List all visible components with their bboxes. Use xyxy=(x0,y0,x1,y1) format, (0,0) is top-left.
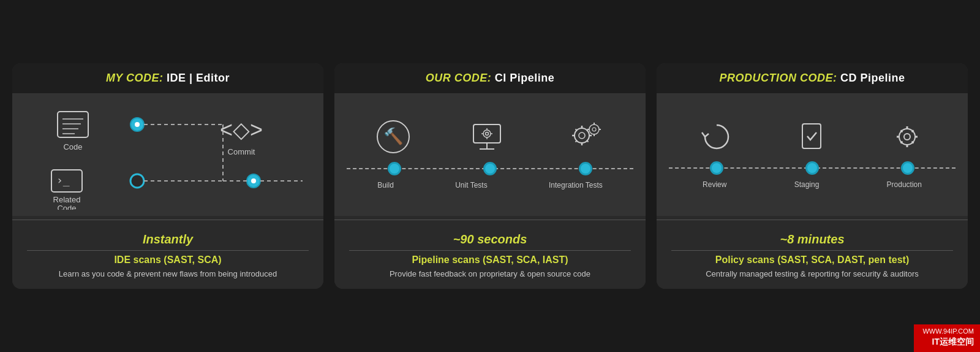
watermark: WWW.94IP.COM IT运维空间 xyxy=(914,324,980,352)
svg-point-13 xyxy=(135,122,140,127)
panel1-body: Code ›_ Related Code <◇> Commit xyxy=(12,93,323,216)
panel2-icons-row: 🔨 xyxy=(347,120,633,154)
footer-divider3 xyxy=(671,250,953,251)
panel3-divider xyxy=(657,220,968,220)
panel3-icons-row xyxy=(669,120,956,153)
panel-production-code: PRODUCTION CODE: CD Pipeline xyxy=(657,63,968,289)
panel2-node-build xyxy=(388,162,401,175)
panel1-footer: Instantly IDE scans (SAST, SCA) Learn as… xyxy=(12,224,323,289)
svg-rect-24 xyxy=(473,124,500,143)
panel3-node-production xyxy=(901,161,914,175)
panel1-timing: Instantly xyxy=(27,232,309,247)
panel2-body: 🔨 xyxy=(334,93,646,216)
panel1-header-highlight: MY CODE: xyxy=(106,72,164,84)
svg-point-14 xyxy=(130,174,144,188)
panel2-label-build: Build xyxy=(377,181,394,189)
panel3-icon-staging xyxy=(795,120,828,153)
panel3-desc: Centrally managed testing & reporting fo… xyxy=(671,268,953,280)
svg-point-28 xyxy=(485,132,488,136)
panel3-header-rest: CD Pipeline xyxy=(837,72,905,84)
integration-tests-icon xyxy=(564,120,604,154)
panel1-scan-title: IDE scans (SAST, SCA) xyxy=(27,254,309,266)
panel3-label-staging: Staging xyxy=(794,180,820,189)
panel3-node-staging xyxy=(805,161,819,175)
panel1-header-rest: IDE | Editor xyxy=(164,72,230,84)
production-icon xyxy=(890,120,924,153)
panel1-header: MY CODE: IDE | Editor xyxy=(12,63,323,93)
panel3-nodes-row xyxy=(669,159,956,177)
svg-rect-49 xyxy=(802,124,821,148)
panel2-divider xyxy=(334,220,646,220)
watermark-name: IT运维空间 xyxy=(922,336,974,348)
panel3-header: PRODUCTION CODE: CD Pipeline xyxy=(657,63,968,93)
panel2-label-integration-tests: Integration Tests xyxy=(549,181,603,189)
panel2-footer: ~90 seconds Pipeline scans (SAST, SCA, I… xyxy=(334,224,646,289)
svg-text:›_: ›_ xyxy=(56,174,70,186)
panel3-label-production: Production xyxy=(887,180,922,189)
panel2-icon-integration-tests xyxy=(564,120,604,154)
svg-point-27 xyxy=(483,130,491,137)
panel1-desc: Learn as you code & prevent new flaws fr… xyxy=(27,268,309,280)
panel3-footer: ~8 minutes Policy scans (SAST, SCA, DAST… xyxy=(657,224,968,289)
panel2-timing: ~90 seconds xyxy=(349,232,631,247)
panel3-icon-production xyxy=(890,120,924,153)
panel3-icon-review xyxy=(700,120,733,153)
svg-point-34 xyxy=(579,132,585,139)
footer-divider2 xyxy=(349,250,631,251)
panel2-header: OUR CODE: CI Pipeline xyxy=(334,63,646,93)
main-container: MY CODE: IDE | Editor Code ›_ Related Co… xyxy=(12,63,968,289)
panel3-scan-title: Policy scans (SAST, SCA, DAST, pen test) xyxy=(671,254,953,266)
svg-point-51 xyxy=(904,134,910,140)
panel3-node-review xyxy=(710,161,723,175)
panel3-body: Review Staging Production xyxy=(657,93,968,216)
watermark-url: WWW.94IP.COM xyxy=(922,327,974,336)
svg-text:Code: Code xyxy=(63,142,82,151)
panel1-diagram: Code ›_ Related Code <◇> Commit xyxy=(24,99,311,210)
svg-text:Code: Code xyxy=(57,204,76,210)
build-icon: 🔨 xyxy=(376,120,410,154)
svg-point-43 xyxy=(589,124,599,134)
panel1-divider xyxy=(12,220,323,220)
panel2-node-integration-tests xyxy=(579,162,592,175)
panel2-nodes-row xyxy=(347,160,633,177)
footer-divider1 xyxy=(27,250,309,251)
panel3-label-review: Review xyxy=(703,180,726,189)
panel2-labels-row: Build Unit Tests Integration Tests xyxy=(347,181,633,189)
svg-text:Related: Related xyxy=(53,195,81,204)
svg-text:🔨: 🔨 xyxy=(383,126,404,146)
panel2-desc: Provide fast feedback on proprietary & o… xyxy=(349,268,631,280)
panel2-header-rest: CI Pipeline xyxy=(491,72,554,84)
panel-my-code: MY CODE: IDE | Editor Code ›_ Related Co… xyxy=(12,63,323,289)
panel3-header-highlight: PRODUCTION CODE: xyxy=(719,72,837,84)
svg-text:Commit: Commit xyxy=(228,147,255,156)
panel2-scan-title: Pipeline scans (SAST, SCA, IAST) xyxy=(349,254,631,266)
svg-text:<◇>: <◇> xyxy=(220,117,263,142)
panel2-header-highlight: OUR CODE: xyxy=(426,72,492,84)
svg-point-16 xyxy=(251,178,256,183)
svg-point-44 xyxy=(592,128,596,131)
staging-icon xyxy=(795,120,828,153)
panel2-icon-unit-tests xyxy=(470,120,504,154)
panel3-labels-row: Review Staging Production xyxy=(669,180,956,189)
panel2-label-unit-tests: Unit Tests xyxy=(455,181,487,189)
panel3-timing: ~8 minutes xyxy=(671,232,953,247)
panel2-node-unit-tests xyxy=(483,162,497,175)
panel2-icon-build: 🔨 xyxy=(376,120,410,154)
unit-tests-icon xyxy=(470,120,504,154)
review-icon xyxy=(700,120,733,153)
panel-our-code: OUR CODE: CI Pipeline 🔨 xyxy=(334,63,646,289)
